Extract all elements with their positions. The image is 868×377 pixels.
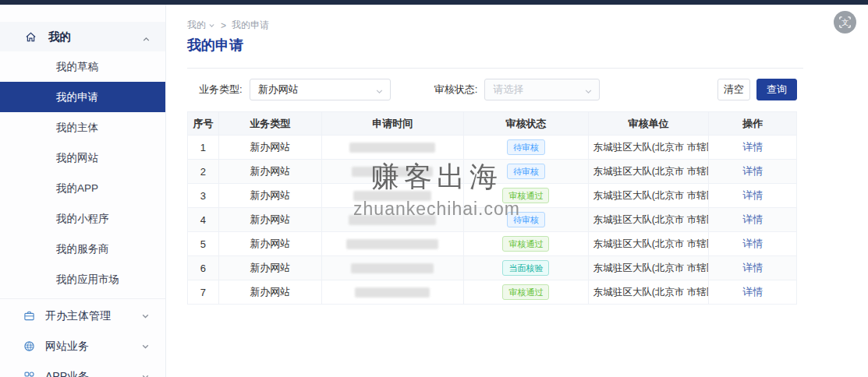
cell-action: 详情 <box>709 184 796 207</box>
sidebar-item-0[interactable]: 我的草稿 <box>0 51 166 82</box>
business-type-label: 业务类型: <box>199 83 243 97</box>
redacted-apply-time <box>349 215 436 225</box>
sidebar-item-6[interactable]: 我的服务商 <box>0 234 166 264</box>
sidebar-item-7[interactable]: 我的应用市场 <box>0 264 166 294</box>
cell-seq: 1 <box>188 136 219 159</box>
sidebar-item-5[interactable]: 我的小程序 <box>0 203 166 234</box>
detail-link[interactable]: 详情 <box>742 140 763 154</box>
detail-link[interactable]: 详情 <box>742 237 763 251</box>
app-window: 我的 我的草稿我的申请我的主体我的网站我的APP我的小程序我的服务商我的应用市场… <box>0 0 868 377</box>
cell-review-unit: 东城驻区大队(北京市 市辖区 ... <box>589 280 710 304</box>
svg-text:文: 文 <box>841 18 849 26</box>
redacted-apply-time <box>353 191 431 201</box>
table-row-3: 3新办网站审核通过东城驻区大队(北京市 市辖区 ...详情 <box>188 183 796 207</box>
cell-review-unit: 东城驻区大队(北京市 市辖区 ... <box>589 208 710 231</box>
sidebar-item-2[interactable]: 我的主体 <box>0 112 166 143</box>
cell-review-status: 待审核 <box>464 136 589 159</box>
translate-icon: 文 <box>838 15 852 30</box>
cell-apply-time <box>322 160 465 183</box>
breadcrumb-separator: > <box>221 20 226 31</box>
business-type-select[interactable]: 新办网站 <box>250 79 391 100</box>
table-row-6: 6新办网站当面核验东城驻区大队(北京市 市辖区 ...详情 <box>188 255 796 280</box>
review-status-select[interactable]: 请选择 <box>484 79 600 100</box>
cell-business-type: 新办网站 <box>219 208 322 231</box>
sidebar: 我的 我的草稿我的申请我的主体我的网站我的APP我的小程序我的服务商我的应用市场… <box>0 5 166 377</box>
translate-button[interactable]: 文 <box>834 11 856 33</box>
cell-seq: 4 <box>188 208 219 231</box>
sidebar-section-label: APP业务 <box>45 370 89 377</box>
cell-business-type: 新办网站 <box>219 232 322 255</box>
globe-icon <box>23 340 35 352</box>
redacted-apply-time <box>346 239 438 249</box>
review-status-placeholder: 请选择 <box>493 83 523 97</box>
sidebar-section-list: 开办主体管理网站业务APP业务 <box>0 298 166 377</box>
redacted-apply-time <box>352 167 433 177</box>
business-type-value: 新办网站 <box>258 83 299 97</box>
cell-seq: 6 <box>188 256 219 280</box>
sidebar-section-1[interactable]: 网站业务 <box>0 331 166 361</box>
query-button[interactable]: 查询 <box>756 79 797 100</box>
cell-business-type: 新办网站 <box>219 256 322 280</box>
sidebar-section-2[interactable]: APP业务 <box>0 361 166 377</box>
filter-bar: 业务类型: 新办网站 审核状态: 请选择 清空 查询 <box>187 79 797 100</box>
sidebar-item-4[interactable]: 我的APP <box>0 173 166 203</box>
status-badge: 待审核 <box>507 212 545 227</box>
cell-action: 详情 <box>709 280 796 304</box>
sidebar-item-list: 我的草稿我的申请我的主体我的网站我的APP我的小程序我的服务商我的应用市场 <box>0 51 166 294</box>
cell-action: 详情 <box>709 208 796 231</box>
table-row-4: 4新办网站待审核东城驻区大队(北京市 市辖区 ...详情 <box>188 207 796 231</box>
cell-apply-time <box>322 208 465 231</box>
table-row-7: 7新办网站审核通过东城驻区大队(北京市 市辖区 ...详情 <box>188 280 796 304</box>
chevron-down-icon <box>375 86 384 98</box>
column-header-2: 申请时间 <box>322 112 465 135</box>
chevron-down-icon <box>208 22 215 29</box>
table-row-5: 5新办网站审核通过东城驻区大队(北京市 市辖区 ...详情 <box>188 231 796 255</box>
status-badge: 审核通过 <box>502 236 549 252</box>
sidebar-item-1-active[interactable]: 我的申请 <box>0 82 166 112</box>
cell-review-status: 当面核验 <box>464 256 589 280</box>
chevron-down-icon <box>584 86 593 98</box>
redacted-apply-time <box>351 263 434 273</box>
cell-action: 详情 <box>709 160 796 183</box>
cell-review-unit: 东城驻区大队(北京市 市辖区 ... <box>589 184 710 207</box>
column-header-3: 审核状态 <box>464 112 589 135</box>
redacted-apply-time <box>355 287 430 298</box>
column-header-5: 操作 <box>709 112 796 135</box>
column-header-1: 业务类型 <box>219 112 322 135</box>
cell-review-status: 审核通过 <box>464 280 589 304</box>
chevron-down-icon <box>141 312 150 320</box>
cell-apply-time <box>322 232 465 255</box>
status-badge: 待审核 <box>507 139 545 155</box>
table-header-row: 序号业务类型申请时间审核状态审核单位操作 <box>188 112 796 135</box>
detail-link[interactable]: 详情 <box>742 261 763 275</box>
cell-review-unit: 东城驻区大队(北京市 市辖区 ... <box>589 136 710 159</box>
breadcrumb: 我的 > 我的申请 <box>187 19 269 32</box>
app-grid-icon <box>23 371 35 377</box>
detail-link[interactable]: 详情 <box>742 285 763 299</box>
sidebar-section-0[interactable]: 开办主体管理 <box>0 301 166 331</box>
breadcrumb-root[interactable]: 我的 <box>187 19 215 32</box>
detail-link[interactable]: 详情 <box>742 164 763 178</box>
title-divider <box>187 68 803 69</box>
sidebar-section-label: 开办主体管理 <box>45 309 111 323</box>
status-badge: 审核通过 <box>502 188 549 203</box>
cell-business-type: 新办网站 <box>219 184 322 207</box>
cell-apply-time <box>322 136 465 159</box>
chevron-up-icon <box>142 33 151 47</box>
cell-seq: 5 <box>188 232 219 255</box>
status-badge: 待审核 <box>507 164 545 179</box>
sidebar-group-my[interactable]: 我的 <box>0 22 166 51</box>
cell-action: 详情 <box>709 232 796 255</box>
cell-business-type: 新办网站 <box>219 136 322 159</box>
cell-review-unit: 东城驻区大队(北京市 市辖区 ... <box>589 232 710 255</box>
detail-link[interactable]: 详情 <box>742 188 763 203</box>
redacted-apply-time <box>349 143 435 153</box>
cell-seq: 3 <box>188 184 219 207</box>
cell-review-status: 待审核 <box>464 160 589 183</box>
table-body: 1新办网站待审核东城驻区大队(北京市 市辖区 ...详情2新办网站待审核东城驻区… <box>188 135 796 304</box>
sidebar-item-3[interactable]: 我的网站 <box>0 143 166 173</box>
detail-link[interactable]: 详情 <box>742 213 763 227</box>
clear-button[interactable]: 清空 <box>717 79 750 100</box>
cell-review-status: 审核通过 <box>464 232 589 255</box>
home-icon <box>25 31 37 43</box>
